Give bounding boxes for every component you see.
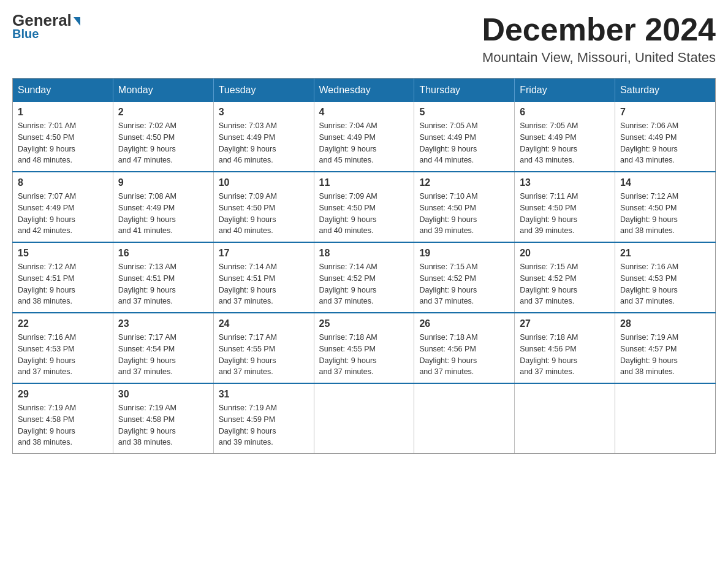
table-row: 10Sunrise: 7:09 AMSunset: 4:50 PMDayligh… — [213, 172, 314, 242]
day-info: Sunrise: 7:13 AMSunset: 4:51 PMDaylight:… — [118, 261, 208, 307]
day-number: 9 — [118, 177, 208, 188]
table-row: 12Sunrise: 7:10 AMSunset: 4:50 PMDayligh… — [414, 172, 515, 242]
day-number: 8 — [18, 177, 108, 188]
title-block: December 2024 Mountain View, Missouri, U… — [482, 12, 716, 66]
day-number: 29 — [18, 389, 108, 400]
day-info: Sunrise: 7:19 AMSunset: 4:57 PMDaylight:… — [620, 332, 710, 378]
table-row: 25Sunrise: 7:18 AMSunset: 4:55 PMDayligh… — [314, 313, 414, 383]
location-title: Mountain View, Missouri, United States — [482, 50, 716, 66]
day-number: 1 — [18, 107, 108, 118]
page-header: General Blue December 2024 Mountain View… — [12, 12, 716, 66]
table-row: 17Sunrise: 7:14 AMSunset: 4:51 PMDayligh… — [213, 242, 314, 313]
day-number: 17 — [219, 248, 309, 259]
calendar-table: SundayMondayTuesdayWednesdayThursdayFrid… — [12, 78, 716, 454]
day-number: 20 — [520, 248, 610, 259]
table-row: 11Sunrise: 7:09 AMSunset: 4:50 PMDayligh… — [314, 172, 414, 242]
calendar-week-4: 22Sunrise: 7:16 AMSunset: 4:53 PMDayligh… — [13, 313, 716, 383]
day-info: Sunrise: 7:18 AMSunset: 4:55 PMDaylight:… — [319, 332, 409, 378]
day-number: 27 — [520, 318, 610, 329]
day-number: 10 — [219, 177, 309, 188]
day-info: Sunrise: 7:08 AMSunset: 4:49 PMDaylight:… — [118, 191, 208, 237]
day-number: 16 — [118, 248, 208, 259]
day-number: 26 — [419, 318, 509, 329]
day-number: 25 — [319, 318, 409, 329]
table-row — [314, 383, 414, 454]
table-row: 27Sunrise: 7:18 AMSunset: 4:56 PMDayligh… — [515, 313, 615, 383]
logo: General Blue — [12, 12, 80, 41]
day-number: 13 — [520, 177, 610, 188]
day-info: Sunrise: 7:09 AMSunset: 4:50 PMDaylight:… — [219, 191, 309, 237]
day-info: Sunrise: 7:17 AMSunset: 4:55 PMDaylight:… — [219, 332, 309, 378]
day-info: Sunrise: 7:16 AMSunset: 4:53 PMDaylight:… — [620, 261, 710, 307]
table-row — [414, 383, 515, 454]
day-info: Sunrise: 7:06 AMSunset: 4:49 PMDaylight:… — [620, 120, 710, 166]
day-number: 28 — [620, 318, 710, 329]
day-info: Sunrise: 7:18 AMSunset: 4:56 PMDaylight:… — [520, 332, 610, 378]
day-info: Sunrise: 7:19 AMSunset: 4:58 PMDaylight:… — [18, 402, 108, 448]
day-info: Sunrise: 7:15 AMSunset: 4:52 PMDaylight:… — [419, 261, 509, 307]
table-row — [515, 383, 615, 454]
day-info: Sunrise: 7:14 AMSunset: 4:51 PMDaylight:… — [219, 261, 309, 307]
calendar-header-monday: Monday — [113, 79, 213, 102]
day-number: 23 — [118, 318, 208, 329]
table-row: 3Sunrise: 7:03 AMSunset: 4:49 PMDaylight… — [213, 102, 314, 172]
calendar-header-wednesday: Wednesday — [314, 79, 414, 102]
calendar-week-1: 1Sunrise: 7:01 AMSunset: 4:50 PMDaylight… — [13, 102, 716, 172]
table-row: 16Sunrise: 7:13 AMSunset: 4:51 PMDayligh… — [113, 242, 213, 313]
day-number: 22 — [18, 318, 108, 329]
day-info: Sunrise: 7:02 AMSunset: 4:50 PMDaylight:… — [118, 120, 208, 166]
day-info: Sunrise: 7:15 AMSunset: 4:52 PMDaylight:… — [520, 261, 610, 307]
logo-blue: Blue — [12, 27, 39, 41]
table-row: 18Sunrise: 7:14 AMSunset: 4:52 PMDayligh… — [314, 242, 414, 313]
table-row: 2Sunrise: 7:02 AMSunset: 4:50 PMDaylight… — [113, 102, 213, 172]
day-info: Sunrise: 7:01 AMSunset: 4:50 PMDaylight:… — [18, 120, 108, 166]
day-number: 5 — [419, 107, 509, 118]
day-info: Sunrise: 7:11 AMSunset: 4:50 PMDaylight:… — [520, 191, 610, 237]
day-info: Sunrise: 7:18 AMSunset: 4:56 PMDaylight:… — [419, 332, 509, 378]
table-row: 30Sunrise: 7:19 AMSunset: 4:58 PMDayligh… — [113, 383, 213, 454]
day-info: Sunrise: 7:09 AMSunset: 4:50 PMDaylight:… — [319, 191, 409, 237]
table-row: 4Sunrise: 7:04 AMSunset: 4:49 PMDaylight… — [314, 102, 414, 172]
calendar-week-2: 8Sunrise: 7:07 AMSunset: 4:49 PMDaylight… — [13, 172, 716, 242]
day-info: Sunrise: 7:17 AMSunset: 4:54 PMDaylight:… — [118, 332, 208, 378]
day-number: 7 — [620, 107, 710, 118]
table-row: 20Sunrise: 7:15 AMSunset: 4:52 PMDayligh… — [515, 242, 615, 313]
calendar-header-row: SundayMondayTuesdayWednesdayThursdayFrid… — [13, 79, 716, 102]
day-info: Sunrise: 7:05 AMSunset: 4:49 PMDaylight:… — [520, 120, 610, 166]
table-row: 1Sunrise: 7:01 AMSunset: 4:50 PMDaylight… — [13, 102, 113, 172]
day-number: 19 — [419, 248, 509, 259]
table-row: 5Sunrise: 7:05 AMSunset: 4:49 PMDaylight… — [414, 102, 515, 172]
table-row: 28Sunrise: 7:19 AMSunset: 4:57 PMDayligh… — [615, 313, 716, 383]
day-info: Sunrise: 7:19 AMSunset: 4:59 PMDaylight:… — [219, 402, 309, 448]
day-info: Sunrise: 7:03 AMSunset: 4:49 PMDaylight:… — [219, 120, 309, 166]
day-number: 30 — [118, 389, 208, 400]
day-number: 15 — [18, 248, 108, 259]
calendar-header-friday: Friday — [515, 79, 615, 102]
table-row: 19Sunrise: 7:15 AMSunset: 4:52 PMDayligh… — [414, 242, 515, 313]
table-row: 15Sunrise: 7:12 AMSunset: 4:51 PMDayligh… — [13, 242, 113, 313]
table-row: 9Sunrise: 7:08 AMSunset: 4:49 PMDaylight… — [113, 172, 213, 242]
table-row: 8Sunrise: 7:07 AMSunset: 4:49 PMDaylight… — [13, 172, 113, 242]
day-number: 12 — [419, 177, 509, 188]
day-number: 31 — [219, 389, 309, 400]
table-row — [615, 383, 716, 454]
day-info: Sunrise: 7:19 AMSunset: 4:58 PMDaylight:… — [118, 402, 208, 448]
day-info: Sunrise: 7:10 AMSunset: 4:50 PMDaylight:… — [419, 191, 509, 237]
day-info: Sunrise: 7:14 AMSunset: 4:52 PMDaylight:… — [319, 261, 409, 307]
day-number: 18 — [319, 248, 409, 259]
day-number: 4 — [319, 107, 409, 118]
calendar-week-5: 29Sunrise: 7:19 AMSunset: 4:58 PMDayligh… — [13, 383, 716, 454]
day-number: 24 — [219, 318, 309, 329]
day-number: 21 — [620, 248, 710, 259]
table-row: 24Sunrise: 7:17 AMSunset: 4:55 PMDayligh… — [213, 313, 314, 383]
day-number: 6 — [520, 107, 610, 118]
day-info: Sunrise: 7:07 AMSunset: 4:49 PMDaylight:… — [18, 191, 108, 237]
calendar-header-tuesday: Tuesday — [213, 79, 314, 102]
day-number: 14 — [620, 177, 710, 188]
table-row: 29Sunrise: 7:19 AMSunset: 4:58 PMDayligh… — [13, 383, 113, 454]
calendar-header-saturday: Saturday — [615, 79, 716, 102]
day-number: 11 — [319, 177, 409, 188]
table-row: 26Sunrise: 7:18 AMSunset: 4:56 PMDayligh… — [414, 313, 515, 383]
day-info: Sunrise: 7:12 AMSunset: 4:51 PMDaylight:… — [18, 261, 108, 307]
logo-general: General — [12, 12, 80, 28]
